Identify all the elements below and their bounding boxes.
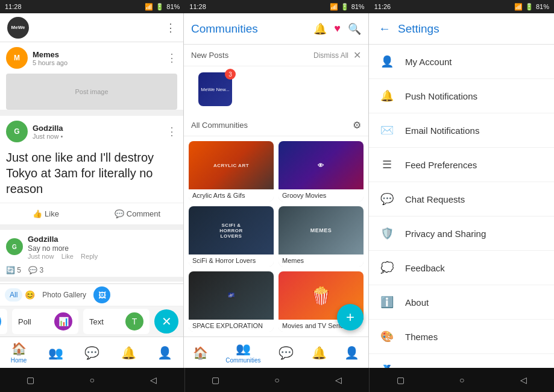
new-post-thumb-1[interactable]: 3 MeWe New... (198, 72, 232, 106)
settings-item-push-notifications[interactable]: 🔔 Push Notifications (369, 79, 554, 113)
post1-more-icon[interactable]: ⋮ (166, 51, 177, 65)
close-fab[interactable]: ✕ (154, 309, 178, 334)
favorite-icon[interactable]: ♥ (334, 22, 341, 35)
settings-item-about[interactable]: ℹ️ About (369, 285, 554, 320)
card-memes-label: Memes (279, 254, 364, 267)
settings-item-themes[interactable]: 🎨 Themes (369, 320, 554, 354)
battery-1: 81% (166, 3, 180, 10)
circle-button-3[interactable]: ○ (455, 373, 468, 387)
settings-item-feed-preferences[interactable]: ☰ Feed Preferences (369, 148, 554, 182)
post2-actions: 👍 Like 💬 Comment (0, 203, 183, 224)
comm-card-space[interactable]: 🌌 SPACE EXPLORATION (189, 271, 274, 332)
post2-time: Just now • (33, 133, 162, 140)
post2-header: G Godzilla Just now • ⋮ (0, 116, 183, 147)
camera-button[interactable]: Camera 📷 (0, 309, 7, 334)
feed-header-avatar: MeWe (7, 17, 29, 39)
comm-nav-communities[interactable]: 👥 Communities (221, 339, 265, 366)
nav-notifications[interactable]: 🔔 (116, 343, 141, 362)
settings-header: ← Settings (369, 13, 554, 45)
comm-nav-home[interactable]: 🏠 (188, 343, 213, 362)
commenter-name: Godzilla (28, 235, 58, 244)
my-account-icon: 👤 (379, 53, 395, 70)
status-bar-3: 11:26 📶 🔋 81% (370, 0, 554, 13)
like-label: Like (45, 209, 59, 218)
chat-notification-icon[interactable]: 🔔 (313, 22, 327, 36)
sys-nav-2: ▢ ○ ◁ (185, 368, 370, 392)
card-space-image: 🌌 (189, 271, 274, 320)
push-notifications-label: Push Notifications (405, 91, 544, 101)
card-arts-image: ACRYLIC ART (189, 141, 274, 189)
dismiss-all-button[interactable]: Dismiss All (313, 51, 348, 60)
poll-button[interactable]: Poll 📊 (12, 309, 78, 334)
comm-nav-chat[interactable]: 💬 (274, 343, 298, 362)
nav-groups[interactable]: 👥 (43, 343, 68, 362)
comment-button[interactable]: 💬 Comment (92, 207, 183, 221)
settings-item-privacy-sharing[interactable]: 🛡️ Privacy and Sharing (369, 217, 554, 251)
profile-icon: 👤 (157, 346, 172, 360)
square-button-3[interactable]: ▢ (394, 373, 407, 387)
like-button[interactable]: 👍 Like (0, 207, 92, 221)
email-notifications-label: Email Notifications (405, 125, 544, 136)
comm-card-movies[interactable]: 👁 Groovy Movies (279, 141, 364, 201)
new-posts-close-icon[interactable]: ✕ (353, 49, 361, 61)
add-community-fab[interactable]: + (337, 304, 364, 330)
themes-icon: 🎨 (379, 328, 395, 345)
status-icons-3: 📶 🔋 81% (514, 3, 549, 11)
comm-card-arts[interactable]: ACRYLIC ART Acrylic Arts & Gifs (189, 141, 274, 201)
settings-item-email-notifications[interactable]: ✉️ Email Notifications (369, 113, 554, 148)
chat-icon: 💬 (84, 346, 99, 360)
comm-nav-notifications[interactable]: 🔔 (307, 343, 332, 362)
back-button-3[interactable]: ◁ (517, 373, 530, 387)
battery-2: 81% (351, 3, 365, 10)
commenter-meta: Godzilla Say no more Just now Like Reply (28, 233, 98, 260)
square-button-1[interactable]: ▢ (24, 373, 37, 387)
feedback-label: Feedback (405, 263, 544, 273)
back-button[interactable]: ← (379, 22, 391, 36)
communities-title: Communities (191, 22, 313, 36)
text-button[interactable]: Text T (83, 309, 150, 334)
badge-count: 3 (225, 69, 236, 80)
back-button-1[interactable]: ◁ (147, 373, 160, 387)
back-button-2[interactable]: ◁ (332, 373, 345, 387)
nav-home[interactable]: 🏠 Home (6, 339, 32, 366)
settings-item-my-account[interactable]: 👤 My Account (369, 45, 554, 79)
system-nav-bar: ▢ ○ ◁ ▢ ○ ◁ ▢ ○ ◁ (0, 368, 554, 392)
new-posts-actions: Dismiss All ✕ (313, 49, 361, 61)
settings-list: 👤 My Account 🔔 Push Notifications ✉️ Ema… (369, 45, 554, 368)
status-bar-1: 11:28 📶 🔋 81% (0, 0, 184, 13)
tab-photo[interactable]: Photo Gallery (37, 288, 91, 302)
comment-like[interactable]: Like (61, 253, 74, 260)
post2-body: Just one like and I'll destroy Tokyo at … (0, 147, 183, 203)
toolbar-actions: GIF GIF Camera 📷 Poll 📊 Text T ✕ (0, 306, 183, 337)
comm-nav-profile[interactable]: 👤 (339, 343, 364, 362)
new-posts-label: New Posts (191, 51, 228, 60)
battery-3: 81% (536, 3, 549, 10)
comm-card-scifi[interactable]: SCIFI &HORRORLOVERS SciFi & Horror Lover… (189, 206, 274, 267)
settings-item-badges[interactable]: 🏅 Badges (369, 354, 554, 368)
search-icon[interactable]: 🔍 (348, 22, 361, 36)
post2-more-icon[interactable]: ⋮ (166, 125, 177, 138)
like-icon: 👍 (33, 209, 42, 218)
feed-post-1: M Memes 5 hours ago ⋮ Post image (0, 42, 183, 110)
comment-section: G Godzilla Say no more Just now Like Rep… (0, 229, 183, 277)
feedback-icon: 💭 (379, 259, 395, 276)
comm-chat-icon: 💬 (279, 346, 294, 360)
feed-stats: 🔄 5 💬 3 (0, 264, 183, 277)
settings-item-chat-requests[interactable]: 💬 Chat Requests (369, 182, 554, 217)
circle-button-2[interactable]: ○ (271, 373, 284, 387)
circle-button-1[interactable]: ○ (86, 373, 99, 387)
filter-icon[interactable]: ⚙ (353, 119, 361, 131)
settings-item-feedback[interactable]: 💭 Feedback (369, 251, 554, 285)
time-1: 11:28 (5, 3, 22, 10)
comm-card-memes[interactable]: MEMES Memes (279, 206, 364, 267)
nav-profile[interactable]: 👤 (153, 343, 177, 362)
privacy-sharing-label: Privacy and Sharing (405, 229, 544, 239)
comm-notifications-icon: 🔔 (312, 346, 327, 360)
feed-bottom-nav: 🏠 Home 👥 💬 🔔 👤 (0, 337, 183, 368)
square-button-2[interactable]: ▢ (209, 373, 222, 387)
comment-reply[interactable]: Reply (81, 253, 98, 260)
thumb-label: MeWe New... (201, 87, 229, 92)
new-post-thumbs: 3 MeWe New... (184, 66, 368, 115)
nav-chat[interactable]: 💬 (80, 343, 104, 362)
tab-all[interactable]: All (5, 288, 22, 302)
